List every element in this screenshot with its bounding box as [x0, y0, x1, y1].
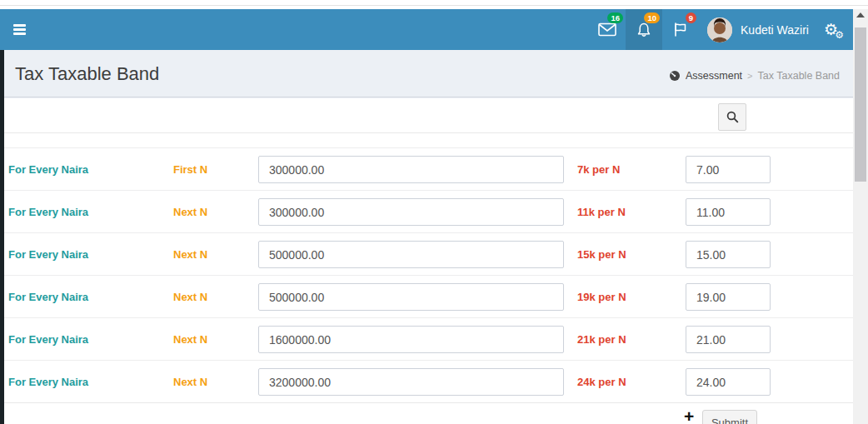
messages-menu[interactable]: 16 — [589, 9, 626, 50]
row-label: For Every Naira — [8, 318, 88, 360]
amount-input[interactable] — [258, 156, 564, 183]
browser-chrome-strip — [0, 0, 868, 9]
rate-label: 7k per N — [577, 148, 620, 190]
rate-input[interactable] — [686, 198, 771, 226]
amount-input[interactable] — [258, 283, 564, 311]
tasks-count-badge: 9 — [686, 12, 696, 23]
page-title: Tax Taxable Band — [15, 63, 159, 85]
sidebar-toggle-button[interactable] — [0, 9, 38, 50]
table-row: For Every Naira First N 7k per N — [4, 147, 853, 190]
band-label: Next N — [173, 191, 207, 232]
rate-label: 19k per N — [577, 276, 626, 317]
settings-menu[interactable]: ⚙⚙ — [812, 9, 850, 50]
row-label: For Every Naira — [8, 361, 88, 402]
breadcrumb-current: Tax Taxable Band — [758, 70, 840, 82]
band-label: Next N — [173, 318, 207, 360]
band-label: Next N — [173, 233, 207, 275]
gears-icon: ⚙⚙ — [824, 22, 838, 37]
band-label: First N — [173, 148, 207, 190]
envelope-icon — [598, 22, 616, 37]
search-button[interactable] — [718, 103, 746, 131]
rate-input[interactable] — [686, 283, 771, 311]
navbar-right-menu: 16 10 9 — [589, 9, 850, 50]
breadcrumb-separator: > — [747, 71, 752, 81]
user-menu[interactable]: Kudeti Waziri — [699, 9, 812, 50]
breadcrumb-parent[interactable]: Assessment — [686, 70, 742, 82]
tasks-menu[interactable]: 9 — [662, 9, 699, 50]
row-label: For Every Naira — [8, 191, 88, 232]
user-name: Kudeti Waziri — [741, 23, 809, 37]
row-label: For Every Naira — [8, 233, 88, 275]
scrollbar-up-arrow-icon[interactable] — [856, 12, 865, 17]
content-header: Tax Taxable Band Assessment > Tax Taxabl… — [0, 50, 853, 97]
table-row: For Every Naira Next N 15k per N — [4, 232, 853, 275]
table-row: For Every Naira Next N 21k per N — [4, 317, 853, 360]
hamburger-icon — [13, 22, 26, 37]
row-label: For Every Naira — [8, 148, 88, 190]
dashboard-icon — [669, 70, 681, 82]
add-row-icon[interactable]: + — [684, 407, 694, 424]
band-label: Next N — [173, 276, 207, 317]
breadcrumb: Assessment > Tax Taxable Band — [669, 70, 840, 82]
messages-count-badge: 16 — [607, 12, 623, 23]
rate-input[interactable] — [686, 326, 771, 353]
notifications-count-badge: 10 — [644, 12, 660, 23]
search-icon — [726, 111, 739, 123]
scrollbar-thumb[interactable] — [855, 27, 866, 182]
amount-input[interactable] — [258, 326, 564, 353]
flag-icon — [672, 22, 689, 37]
table-row: For Every Naira Next N 24k per N — [4, 360, 853, 402]
rate-input[interactable] — [686, 368, 771, 396]
top-navbar: 16 10 9 — [0, 9, 853, 50]
app-window: 16 10 9 — [0, 9, 853, 424]
rate-label: 24k per N — [577, 361, 626, 402]
submit-button[interactable]: Submitt — [702, 410, 757, 424]
rate-label: 11k per N — [577, 191, 626, 232]
band-label: Next N — [173, 361, 207, 402]
amount-input[interactable] — [258, 368, 564, 396]
rate-input[interactable] — [686, 156, 771, 183]
tax-band-panel: For Every Naira First N 7k per N For Eve… — [4, 98, 853, 424]
bell-icon — [636, 22, 652, 38]
form-footer: + Submitt — [4, 402, 853, 424]
rate-label: 15k per N — [577, 233, 626, 275]
avatar — [707, 17, 732, 42]
rate-input[interactable] — [686, 241, 771, 268]
amount-input[interactable] — [258, 241, 564, 268]
row-label: For Every Naira — [8, 276, 88, 317]
table-row: For Every Naira Next N 11k per N — [4, 190, 853, 232]
table-row: For Every Naira Next N 19k per N — [4, 275, 853, 317]
notifications-menu[interactable]: 10 — [626, 9, 662, 50]
search-row — [4, 98, 853, 133]
browser-scrollbar[interactable] — [853, 9, 868, 424]
rate-label: 21k per N — [577, 318, 626, 360]
amount-input[interactable] — [258, 198, 564, 226]
